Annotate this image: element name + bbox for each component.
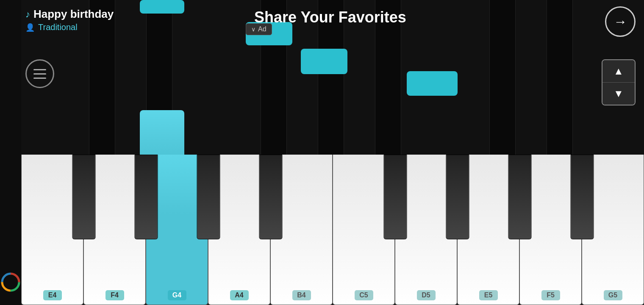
black-key-ef4[interactable] (72, 155, 96, 239)
music-note-icon: ♪ (25, 9, 30, 20)
left-panel (0, 0, 21, 305)
progress-ring (0, 272, 21, 292)
ad-banner[interactable]: ∨ Ad (246, 23, 272, 35)
key-label-e5: E5 (479, 290, 498, 300)
key-b4[interactable]: B4 (270, 155, 333, 305)
ad-label: Ad (258, 25, 266, 33)
key-label-e4: E4 (43, 290, 62, 300)
key-g5[interactable]: G5 (582, 155, 644, 305)
key-label-a4: A4 (230, 290, 249, 300)
keyboard-area: E4 F4 G4 A4 B4 C5 D5 (21, 155, 644, 305)
black-key-ef5[interactable] (508, 155, 532, 239)
key-label-f5: F5 (541, 290, 560, 300)
next-arrow-icon: → (613, 14, 627, 30)
scroll-buttons: ▲ ▼ (602, 59, 636, 105)
share-header: Share Your Favorites (254, 8, 406, 26)
song-title-text: Happy birthday (33, 8, 114, 21)
key-label-c5: C5 (355, 290, 373, 300)
top-info: ♪ Happy birthday 👤 Traditional (25, 8, 114, 32)
song-author: 👤 Traditional (25, 22, 114, 32)
black-key-gs4[interactable] (197, 155, 220, 239)
black-key-as4[interactable] (259, 155, 283, 239)
black-key-ds5[interactable] (446, 155, 469, 239)
song-author-text: Traditional (38, 22, 78, 32)
note-block-g4-tall (140, 110, 184, 157)
black-key-fs5[interactable] (571, 155, 594, 239)
note-block-b4 (301, 49, 347, 74)
hamburger-icon (33, 69, 46, 79)
scroll-up-button[interactable]: ▲ (602, 60, 635, 83)
menu-button[interactable] (25, 59, 54, 88)
song-title: ♪ Happy birthday (25, 8, 114, 21)
dark-lane-7 (547, 0, 573, 157)
scroll-down-button[interactable]: ▼ (602, 83, 635, 105)
key-label-g4: G4 (168, 290, 186, 300)
chevron-down-icon: ∨ (251, 26, 255, 33)
key-label-d5: D5 (417, 290, 436, 300)
black-key-cs5[interactable] (384, 155, 407, 239)
note-block-f4-top (140, 0, 184, 14)
key-label-b4: B4 (292, 290, 311, 300)
dark-lane-6 (489, 0, 516, 157)
next-button[interactable]: → (605, 6, 636, 37)
key-label-g5: G5 (604, 290, 622, 300)
note-block-e5 (407, 71, 458, 96)
person-icon: 👤 (25, 23, 35, 32)
black-key-fs4[interactable] (135, 155, 158, 239)
key-label-f4: F4 (105, 290, 124, 300)
